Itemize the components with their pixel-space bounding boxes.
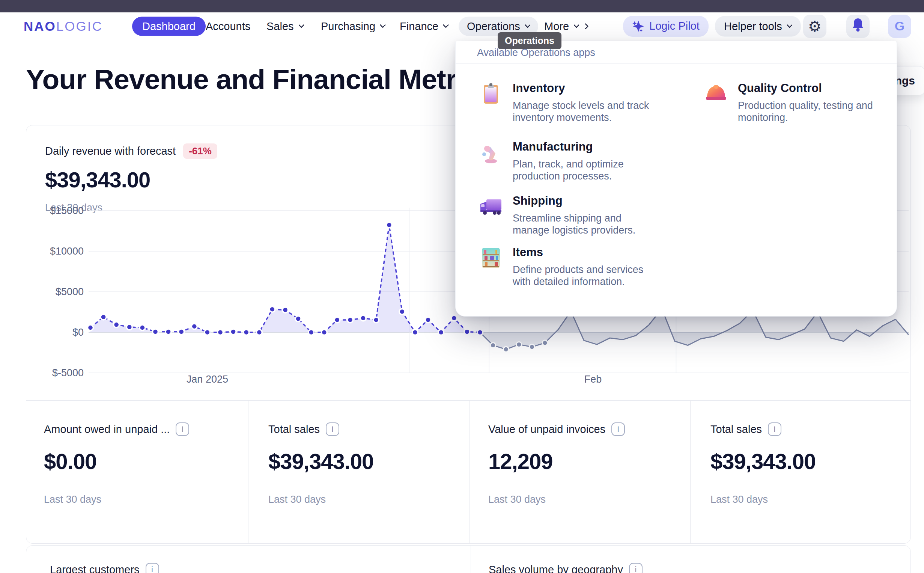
widget-title: Sales volume by geography xyxy=(489,564,623,573)
stat-subtitle: Last 30 days xyxy=(268,494,326,506)
operations-dropdown-panel: Available Operations apps Inventory Mana… xyxy=(455,41,897,316)
stats-row: Amount owed in unpaid ... i $0.00 Last 3… xyxy=(26,400,910,544)
nav-scroll-right-button[interactable] xyxy=(581,24,588,28)
info-icon[interactable]: i xyxy=(611,423,625,436)
stat-value: $0.00 xyxy=(44,449,97,474)
stat-value: $39,343.00 xyxy=(710,449,816,474)
nav-label: Sales xyxy=(267,20,294,32)
nav-label: Operations xyxy=(467,20,520,32)
chevron-down-icon xyxy=(786,22,793,28)
widget-title: Largest customers xyxy=(50,564,140,573)
app-name: Manufacturing xyxy=(513,140,655,153)
stat-title: Total sales xyxy=(710,423,762,435)
stat-value: 12,209 xyxy=(488,449,553,474)
truck-icon xyxy=(479,194,503,218)
logo-part-logic: LOGIC xyxy=(56,19,103,34)
browser-top-strip xyxy=(0,0,924,13)
nav-item-accounts[interactable]: Accounts xyxy=(206,20,250,32)
svg-text:$15000: $15000 xyxy=(50,205,84,216)
main-nav: NAOLOGIC Dashboard Accounts Sales Purcha… xyxy=(0,13,924,40)
dropdown-item-manufacturing[interactable]: Manufacturing Plan, track, and optimize … xyxy=(479,140,655,182)
app-name: Shipping xyxy=(513,194,655,208)
svg-text:Feb: Feb xyxy=(584,374,602,385)
chevron-down-icon xyxy=(380,22,386,28)
stat-card-total-sales-1: Total sales i $39,343.00 Last 30 days xyxy=(248,401,469,544)
dropdown-item-quality-control[interactable]: Quality Control Production quality, test… xyxy=(704,81,880,124)
svg-text:$0: $0 xyxy=(72,327,84,338)
svg-text:Jan 2025: Jan 2025 xyxy=(187,374,228,385)
stat-card-unpaid-owed: Amount owed in unpaid ... i $0.00 Last 3… xyxy=(26,401,248,544)
sales-volume-geography-header: Sales volume by geography i xyxy=(489,563,643,573)
avatar-letter: G xyxy=(895,19,904,33)
stat-subtitle: Last 30 days xyxy=(710,494,768,506)
nav-item-finance[interactable]: Finance xyxy=(400,20,448,32)
chart-title: Daily revenue with forecast xyxy=(45,145,176,157)
bottom-widgets-card: Largest customers i Sales volume by geog… xyxy=(26,545,911,573)
dropdown-item-items[interactable]: Items Define products and services with … xyxy=(479,246,655,288)
info-icon[interactable]: i xyxy=(176,423,189,436)
chevron-down-icon xyxy=(443,22,449,28)
chevron-right-icon xyxy=(582,23,589,29)
info-icon[interactable]: i xyxy=(326,423,339,436)
app-description: Production quality, testing and monitori… xyxy=(738,100,880,124)
nav-label: Dashboard xyxy=(142,20,195,32)
stat-subtitle: Last 30 days xyxy=(44,494,101,506)
notifications-button[interactable] xyxy=(846,15,869,38)
stat-card-total-sales-2: Total sales i $39,343.00 Last 30 days xyxy=(690,401,910,544)
svg-text:$5000: $5000 xyxy=(56,286,84,297)
trend-badge: -61% xyxy=(183,143,217,159)
naologic-logo[interactable]: NAOLOGIC xyxy=(23,19,103,34)
nav-item-dashboard[interactable]: Dashboard xyxy=(132,17,206,36)
nav-item-purchasing[interactable]: Purchasing xyxy=(321,20,385,32)
chevron-down-icon xyxy=(573,22,580,28)
chart-total-value: $39,343.00 xyxy=(45,167,217,192)
operations-tooltip: Operations xyxy=(498,32,562,49)
stat-title: Value of unpaid invoices xyxy=(488,423,606,435)
app-description: Manage stock levels and track inventory … xyxy=(513,100,655,124)
nav-label: More xyxy=(544,20,569,32)
dropdown-item-shipping[interactable]: Shipping Streamline shipping and manage … xyxy=(479,194,655,236)
chevron-down-icon xyxy=(524,22,531,28)
info-icon[interactable]: i xyxy=(629,563,643,573)
app-description: Define products and services with detail… xyxy=(513,264,655,288)
bell-icon xyxy=(851,18,865,34)
nav-item-more[interactable]: More xyxy=(544,20,579,32)
largest-customers-header: Largest customers i xyxy=(50,563,159,573)
stat-value: $39,343.00 xyxy=(268,449,373,474)
chevron-down-icon xyxy=(298,22,304,28)
svg-text:$10000: $10000 xyxy=(50,246,84,257)
divider xyxy=(471,546,471,573)
user-avatar[interactable]: G xyxy=(888,15,911,38)
info-icon[interactable]: i xyxy=(768,423,781,436)
nav-item-sales[interactable]: Sales xyxy=(267,20,304,32)
stat-card-unpaid-invoices: Value of unpaid invoices i 12,209 Last 3… xyxy=(469,401,690,544)
helper-tools-label: Helper tools xyxy=(724,20,782,32)
gear-icon: ⚙ xyxy=(808,19,821,34)
svg-text:$-5000: $-5000 xyxy=(52,367,84,379)
app-description: Streamline shipping and manage logistics… xyxy=(513,212,655,236)
app-description: Plan, track, and optimize production pro… xyxy=(513,158,655,182)
app-name: Inventory xyxy=(513,81,655,95)
info-icon[interactable]: i xyxy=(146,563,159,573)
dropdown-item-inventory[interactable]: Inventory Manage stock levels and track … xyxy=(479,81,655,124)
nav-label: Purchasing xyxy=(321,20,375,32)
settings-gear-button[interactable]: ⚙ xyxy=(803,15,826,38)
logic-pilot-label: Logic Pilot xyxy=(649,20,699,32)
page-title: Your Revenue and Financial Metrics xyxy=(26,63,494,96)
sparkles-icon xyxy=(632,20,645,33)
stat-subtitle: Last 30 days xyxy=(488,494,546,506)
nav-label: Finance xyxy=(400,20,439,32)
app-name: Quality Control xyxy=(738,81,880,95)
clipboard-icon xyxy=(479,81,503,105)
robot-arm-icon xyxy=(479,140,503,164)
logic-pilot-button[interactable]: Logic Pilot xyxy=(623,16,709,37)
stat-title: Total sales xyxy=(268,423,320,435)
helper-tools-button[interactable]: Helper tools xyxy=(715,16,801,36)
hardhat-icon xyxy=(704,81,728,105)
shelf-icon xyxy=(479,246,503,269)
stat-title: Amount owed in unpaid ... xyxy=(44,423,170,435)
dashboard-page: NAOLOGIC Dashboard Accounts Sales Purcha… xyxy=(0,0,924,573)
divider xyxy=(456,63,897,64)
app-name: Items xyxy=(513,246,655,259)
nav-label: Accounts xyxy=(206,20,250,32)
